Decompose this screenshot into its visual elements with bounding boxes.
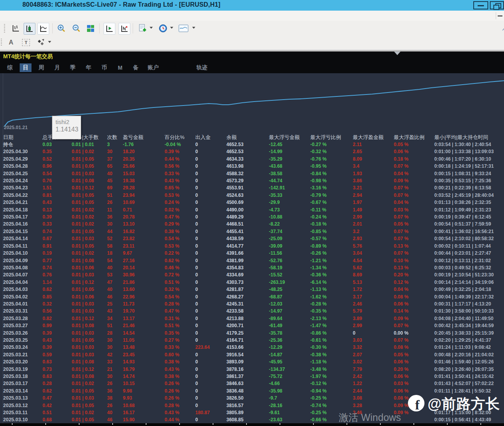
table-row[interactable]: 2025.04.070.760.01 | 0.035330.960.72 %04… — [3, 271, 504, 278]
cell: 0.07 % — [394, 250, 434, 257]
table-row[interactable]: 2025.04.170.390.01 | 0.023620.780.47 %04… — [3, 213, 504, 220]
stats-tabs: 综日周月季年币M备账户轨迹 — [0, 62, 209, 73]
tab-年[interactable]: 年 — [83, 63, 94, 72]
cell: 0.74 — [43, 264, 72, 271]
cell: 36 — [107, 213, 123, 220]
objects-button[interactable] — [35, 37, 46, 48]
tab-日[interactable]: 日 — [20, 63, 32, 72]
table-row[interactable]: 2025.04.300.350.01 | 0.023018.200.39 %04… — [3, 148, 504, 155]
toolbar-grip2[interactable] — [1, 39, 2, 46]
cell: 0.39 — [43, 213, 72, 220]
table-row[interactable]: 2025.03.310.560.01 | 0.034319.700.47 %04… — [3, 307, 504, 315]
table-row[interactable]: 2025.04.231.510.01 | 0.126929.280.65 %04… — [3, 184, 504, 191]
table-row[interactable]: 2025.04.140.670.01 | 0.035223.820.54 %04… — [3, 235, 504, 242]
cell: 0.43 % — [165, 177, 195, 184]
table-row[interactable]: 2025.03.240.390.01 | 0.033013.480.33 %22… — [3, 344, 504, 351]
table-row[interactable]: 2025.03.200.630.01 | 0.083314.930.38 %03… — [3, 358, 504, 365]
table-row[interactable]: 2025.03.170.280.01 | 0.022610.150.26 %03… — [3, 380, 504, 387]
minimize-button[interactable] — [473, 1, 488, 9]
cell: 0.01 | 0.12 — [72, 366, 107, 373]
table-row[interactable]: 2025.04.020.850.01 | 0.064622.960.54 %04… — [3, 293, 504, 300]
cell: 0.08 % — [394, 344, 434, 351]
cell: 25.66 — [123, 163, 165, 170]
stats-panel-header: MT4统计每一笔交易 综日周月季年币M备账户轨迹 — [0, 52, 504, 73]
tooltip-value: 1.14143 — [56, 126, 81, 133]
tab-月[interactable]: 月 — [51, 63, 63, 72]
zoom-in-button[interactable] — [56, 23, 67, 34]
table-row[interactable]: 2025.04.110.910.01 | 0.055823.110.53 %04… — [3, 243, 504, 250]
table-row[interactable]: 2025.03.180.630.01 | 0.083014.740.38 %03… — [3, 373, 504, 380]
table-row[interactable]: 2025.04.041.140.01 | 0.124721.860.51 %04… — [3, 279, 504, 286]
table-row[interactable]: 2025.03.210.590.01 | 0.034223.450.60 %03… — [3, 351, 504, 358]
tab-账户[interactable]: 账户 — [146, 63, 161, 72]
restore-button[interactable] — [490, 1, 504, 9]
table-row[interactable]: 2025.03.250.430.01 | 0.053011.050.27 %04… — [3, 337, 504, 344]
cell: 0.56 % — [165, 163, 195, 170]
table-row[interactable]: 2025.04.080.740.01 | 0.064020.140.46 %04… — [3, 264, 504, 271]
timeframes-dropdown[interactable] — [170, 27, 173, 29]
text-box-button[interactable]: T — [20, 37, 32, 48]
table-row[interactable]: 2025.04.280.960.01 | 0.056525.660.56 %04… — [3, 163, 504, 170]
table-row[interactable]: 2025.03.260.390.01 | 0.032814.540.35 %04… — [3, 330, 504, 337]
table-row[interactable]: 2025.04.240.760.01 | 0.084519.380.43 %04… — [3, 177, 504, 184]
tab-周[interactable]: 周 — [35, 63, 47, 72]
chart-axis-strip[interactable] — [0, 423, 504, 426]
templates-dropdown[interactable] — [192, 27, 195, 29]
zoom-out-button[interactable] — [71, 23, 82, 34]
tab-币[interactable]: 币 — [98, 63, 110, 72]
table-row[interactable]: 2025.04.100.190.01 | 0.02189.670.22 %043… — [3, 250, 504, 257]
cell: 19.70 — [123, 307, 165, 315]
text-label-button[interactable]: A — [6, 37, 17, 48]
table-row[interactable]: 2025.03.140.620.01 | 0.05369.980.26 %038… — [3, 387, 504, 395]
auto-scroll-button[interactable] — [104, 23, 115, 35]
templates-button[interactable] — [178, 23, 189, 34]
cell: 0.13 % — [394, 243, 434, 250]
mdi-minimize-icon[interactable] — [498, 15, 502, 17]
tab-备[interactable]: 备 — [130, 63, 142, 72]
cell: 0:00:04 | 1:49:39 | 22:17:32 — [434, 293, 499, 300]
cell: 0:00:48 | 2:20:16 | 21:04:02 — [434, 351, 499, 358]
line-chart-button[interactable] — [37, 23, 49, 35]
candlestick-button[interactable] — [24, 23, 35, 35]
table-row[interactable]: 2025.04.220.810.01 | 0.055123.940.53 %04… — [3, 192, 504, 199]
indicators-dropdown[interactable] — [150, 27, 153, 29]
tab-综[interactable]: 综 — [4, 63, 16, 72]
cell: 10.69 — [123, 199, 165, 206]
cell: 2.65 — [353, 148, 394, 155]
table-row[interactable]: 2025.03.190.730.01 | 0.122116.790.43 %03… — [3, 366, 504, 373]
tab-季[interactable]: 季 — [67, 63, 79, 72]
tab-轨迹[interactable]: 轨迹 — [195, 63, 209, 72]
cell: 0.54 % — [165, 293, 195, 300]
cell: 5.79 — [353, 307, 394, 315]
table-row[interactable]: 2025.04.290.520.01 | 0.053720.350.44 %04… — [3, 156, 504, 163]
tile-windows-button[interactable] — [85, 23, 96, 34]
table-row[interactable]: 2025.03.280.820.01 | 0.123413.170.31 %04… — [3, 315, 504, 322]
cell: 0.32 % — [165, 286, 195, 293]
chart-shift-button[interactable] — [119, 23, 130, 35]
cell: -10.88 — [269, 213, 310, 220]
toolbar-grip[interactable] — [4, 24, 5, 33]
collapse-triangle-icon[interactable] — [394, 52, 400, 55]
cell: 19.38 — [123, 177, 165, 184]
table-row[interactable]: 2025.04.010.320.01 | 0.032511.730.28 %04… — [3, 300, 504, 307]
table-row[interactable]: 2025.04.030.620.01 | 0.054013.600.32 %04… — [3, 286, 504, 293]
table-row[interactable]: 2025.04.210.430.01 | 0.052610.690.24 %04… — [3, 199, 504, 206]
cell: 0.01 | 0.05 — [72, 163, 107, 170]
table-row[interactable]: 2025.04.150.740.01 | 0.054416.820.38 %04… — [3, 228, 504, 235]
table-row[interactable]: 2025.04.250.540.01 | 0.034015.030.33 %04… — [3, 170, 504, 177]
table-row[interactable]: 2025.04.090.770.01 | 0.085427.160.62 %04… — [3, 257, 504, 264]
timeframes-button[interactable] — [158, 23, 169, 34]
cell: -68.87 — [269, 293, 310, 300]
table-row[interactable]: 2025.04.160.330.01 | 0.023013.100.29 %04… — [3, 220, 504, 228]
table-row[interactable]: 2025.03.270.990.01 | 0.085121.460.51 %04… — [3, 322, 504, 329]
table-row[interactable]: 2025.04.180.130.01 | 0.02110.710.02 %044… — [3, 206, 504, 213]
objects-dropdown[interactable] — [48, 41, 51, 43]
cell: -35.33 — [269, 192, 310, 199]
open-position-row[interactable]: 持仓0.030.01 | 0.013-1.76-0.04 %04652.53-1… — [3, 141, 504, 148]
cell: 0 — [195, 395, 226, 402]
bar-chart-button[interactable] — [10, 23, 21, 34]
table-row[interactable]: 2025.03.100.680.01 | 0.054615.900.44 %03… — [3, 416, 504, 423]
tab-M[interactable]: M — [114, 64, 126, 72]
cell: 2025.03.31 — [3, 307, 43, 315]
indicators-button[interactable] — [137, 23, 148, 34]
